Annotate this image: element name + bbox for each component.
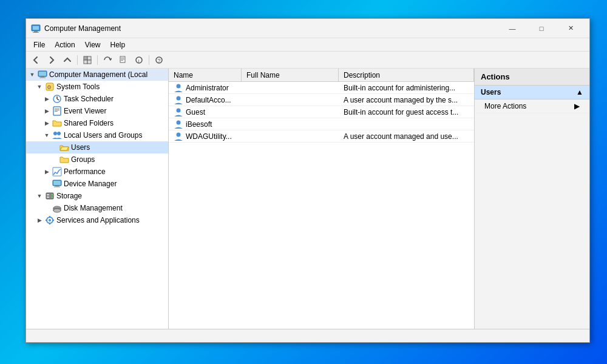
- list-row[interactable]: Guest Built-in account for guest access …: [169, 106, 474, 118]
- tree-item-local-users-groups[interactable]: ▼ Local Users and Groups: [26, 129, 168, 141]
- svg-point-52: [177, 108, 181, 112]
- svg-rect-9: [121, 58, 124, 58]
- svg-rect-4: [84, 56, 87, 60]
- title-bar-controls: — □ ✕: [498, 19, 585, 38]
- show-hide-button[interactable]: [80, 53, 95, 67]
- refresh-button[interactable]: [100, 53, 115, 67]
- user-icon: [174, 95, 183, 105]
- tree-label-local-users-groups: Local Users and Groups: [64, 131, 142, 140]
- maximize-button[interactable]: □: [527, 19, 555, 38]
- svg-rect-11: [121, 60, 123, 61]
- up-button[interactable]: [60, 53, 75, 67]
- cell-name-guest: Guest: [169, 106, 242, 118]
- desktop: Computer Management — □ ✕ File Action Vi…: [0, 0, 607, 364]
- list-content: Administrator Built-in account for admin…: [169, 82, 474, 329]
- expander-event-viewer[interactable]: ▶: [43, 107, 50, 115]
- svg-point-30: [57, 132, 61, 135]
- cell-desc-administrator: Built-in account for administering...: [339, 83, 474, 93]
- cell-desc-defaultacco: A user account managed by the s...: [339, 95, 474, 106]
- menu-file[interactable]: File: [29, 39, 50, 50]
- help-button[interactable]: ?: [152, 53, 166, 67]
- export-button[interactable]: [116, 53, 131, 67]
- menu-action[interactable]: Action: [50, 39, 80, 50]
- tree-label-groups: Groups: [71, 155, 95, 164]
- svg-rect-39: [47, 197, 49, 198]
- cell-fullname-administrator: [242, 87, 339, 89]
- actions-section-users[interactable]: Users ▲: [475, 86, 589, 99]
- svg-point-51: [177, 96, 181, 100]
- svg-rect-27: [55, 110, 59, 110]
- cell-name-defaultacco: DefaultAcco...: [169, 94, 242, 106]
- expander-services-apps[interactable]: ▶: [36, 217, 43, 224]
- svg-rect-5: [87, 56, 91, 60]
- tree-item-root[interactable]: ▼ Computer Management (Local: [26, 69, 168, 81]
- svg-point-29: [53, 132, 57, 135]
- tree-item-device-manager[interactable]: ▶ Device Manager: [26, 178, 168, 190]
- tree-label-root: Computer Management (Local: [49, 70, 148, 79]
- tree-item-performance[interactable]: ▶ Performance: [26, 166, 168, 178]
- svg-rect-35: [54, 187, 60, 187]
- performance-icon: [52, 167, 62, 177]
- more-actions-item[interactable]: More Actions ▶: [475, 99, 589, 113]
- close-button[interactable]: ✕: [557, 19, 585, 38]
- expander-storage[interactable]: ▼: [36, 192, 43, 200]
- col-header-description[interactable]: Description: [339, 69, 474, 81]
- svg-rect-31: [53, 167, 61, 176]
- svg-text:⚙: ⚙: [47, 84, 52, 90]
- tree-item-task-scheduler[interactable]: ▶ Task Scheduler: [26, 93, 168, 105]
- menu-bar: File Action View Help: [26, 38, 589, 52]
- users-group-icon: [52, 130, 62, 140]
- center-panel: Name Full Name Description Administrator: [169, 69, 474, 329]
- expander-root[interactable]: ▼: [29, 71, 36, 78]
- list-row[interactable]: WDAGUtility... A user account managed an…: [169, 130, 474, 143]
- minimize-button[interactable]: —: [498, 19, 526, 38]
- expander-task-scheduler[interactable]: ▶: [43, 95, 50, 103]
- menu-help[interactable]: Help: [106, 39, 131, 50]
- tree-label-system-tools: System Tools: [56, 83, 100, 91]
- svg-rect-36: [46, 193, 53, 199]
- tree-item-shared-folders[interactable]: ▶ Shared Folders: [26, 117, 168, 129]
- svg-point-53: [177, 120, 181, 124]
- actions-panel-title: Actions: [475, 69, 589, 86]
- forward-button[interactable]: [44, 53, 59, 67]
- tree-item-storage[interactable]: ▼ Storage: [26, 190, 168, 202]
- list-row[interactable]: iBeesoft: [169, 118, 474, 130]
- properties-button[interactable]: i: [132, 53, 146, 67]
- svg-rect-18: [41, 76, 44, 78]
- open-folder-icon: [59, 143, 69, 152]
- svg-rect-10: [121, 59, 124, 59]
- cell-name-wdagutility: WDAGUtility...: [169, 130, 242, 143]
- svg-rect-17: [39, 72, 46, 76]
- col-header-fullname[interactable]: Full Name: [242, 69, 339, 81]
- tree-item-users[interactable]: ▶ Users: [26, 141, 168, 153]
- svg-point-50: [177, 84, 181, 88]
- list-row[interactable]: DefaultAcco... A user account managed by…: [169, 94, 474, 106]
- svg-point-38: [52, 194, 53, 195]
- svg-rect-1: [33, 26, 39, 30]
- user-icon: [174, 132, 183, 141]
- expander-performance[interactable]: ▶: [43, 168, 50, 175]
- cell-fullname-wdagutility: [242, 135, 339, 138]
- svg-rect-34: [55, 186, 59, 187]
- log-icon: [52, 106, 62, 116]
- tree-item-system-tools[interactable]: ▼ ⚙ System Tools: [26, 81, 168, 93]
- expander-system-tools[interactable]: ▼: [36, 83, 43, 90]
- tree-panel: ▼ Computer Management (Local ▼: [26, 69, 169, 329]
- shared-folder-icon: [52, 118, 62, 128]
- disk-icon: [52, 203, 62, 213]
- tree-item-groups[interactable]: ▶ Groups: [26, 153, 168, 166]
- tree-item-disk-management[interactable]: ▶ Disk Management: [26, 202, 168, 214]
- tree-item-event-viewer[interactable]: ▶ Event Viewer: [26, 105, 168, 117]
- back-button[interactable]: [29, 53, 43, 67]
- actions-section-label: Users: [481, 88, 501, 96]
- list-row[interactable]: Administrator Built-in account for admin…: [169, 82, 474, 94]
- svg-rect-19: [39, 78, 46, 78]
- expander-shared-folders[interactable]: ▶: [43, 120, 50, 127]
- tree-item-services-apps[interactable]: ▶ Services and Applications: [26, 214, 168, 226]
- menu-view[interactable]: View: [80, 39, 106, 50]
- col-header-name[interactable]: Name: [169, 69, 242, 81]
- expander-local-users-groups[interactable]: ▼: [43, 132, 50, 139]
- computer-icon: [38, 70, 47, 79]
- toolbar: i ?: [26, 52, 589, 69]
- clock-icon: [52, 94, 62, 104]
